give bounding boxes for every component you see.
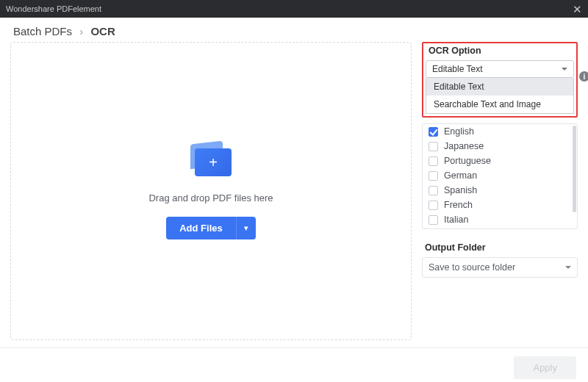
breadcrumb: Batch PDFs › OCR bbox=[0, 18, 588, 42]
add-folder-icon: + bbox=[189, 143, 233, 176]
dropzone-hint: Drag and drop PDF files here bbox=[148, 192, 273, 203]
language-checkbox[interactable] bbox=[429, 201, 438, 210]
output-folder-section: Output Folder Save to source folder bbox=[422, 242, 578, 278]
language-item-italian[interactable]: Italian bbox=[423, 212, 577, 227]
ocr-options-panel: OCR Option Editable Text Editable Text S… bbox=[422, 42, 578, 340]
language-item-french[interactable]: French bbox=[423, 198, 577, 212]
breadcrumb-current: OCR bbox=[90, 25, 115, 37]
language-checkbox[interactable] bbox=[429, 215, 438, 225]
close-icon[interactable]: ✕ bbox=[573, 4, 582, 15]
language-label: French bbox=[444, 200, 473, 210]
language-item-spanish[interactable]: Spanish bbox=[423, 183, 577, 198]
file-dropzone[interactable]: + Drag and drop PDF files here Add Files… bbox=[10, 42, 412, 340]
language-item-chinese-traditional[interactable]: Chinese Traditional bbox=[423, 227, 577, 228]
language-label: English bbox=[444, 126, 474, 137]
language-checkbox[interactable] bbox=[429, 142, 438, 151]
language-label: Italian bbox=[444, 215, 468, 225]
ocr-option-item-searchable[interactable]: Searchable Text and Image bbox=[426, 96, 573, 113]
chevron-right-icon: › bbox=[79, 25, 83, 37]
language-checkbox[interactable] bbox=[429, 171, 438, 181]
breadcrumb-parent[interactable]: Batch PDFs bbox=[13, 25, 72, 37]
add-files-more-button[interactable]: ▾ bbox=[236, 217, 256, 239]
language-label: German bbox=[444, 170, 477, 181]
chevron-down-icon: ▾ bbox=[244, 223, 248, 232]
language-scrollbar[interactable] bbox=[573, 126, 576, 212]
language-label: Portuguese bbox=[444, 156, 491, 166]
ocr-option-item-editable[interactable]: Editable Text bbox=[426, 78, 573, 96]
app-title: Wondershare PDFelement bbox=[6, 4, 101, 13]
language-item-german[interactable]: German bbox=[423, 168, 577, 183]
language-label: Japanese bbox=[444, 141, 484, 151]
footer: Apply bbox=[0, 347, 588, 382]
output-folder-select[interactable]: Save to source folder bbox=[422, 257, 578, 278]
apply-button[interactable]: Apply bbox=[514, 356, 576, 379]
language-item-portuguese[interactable]: Portuguese bbox=[423, 154, 577, 168]
titlebar: Wondershare PDFelement ✕ bbox=[0, 0, 588, 18]
language-checkbox[interactable] bbox=[429, 186, 438, 195]
language-item-japanese[interactable]: Japanese bbox=[423, 139, 577, 154]
language-list: English Japanese Portuguese German Spani… bbox=[422, 123, 578, 229]
ocr-option-highlight: OCR Option Editable Text Editable Text S… bbox=[422, 42, 578, 118]
info-icon[interactable]: i bbox=[579, 71, 588, 82]
language-checkbox[interactable] bbox=[429, 156, 438, 166]
output-folder-label: Output Folder bbox=[422, 242, 578, 253]
language-item-english[interactable]: English bbox=[423, 124, 577, 139]
add-files-button[interactable]: Add Files bbox=[166, 217, 236, 239]
language-label: Spanish bbox=[444, 185, 477, 195]
output-folder-selected-value: Save to source folder bbox=[429, 262, 515, 273]
ocr-option-label: OCR Option bbox=[426, 46, 574, 56]
language-checkbox[interactable] bbox=[429, 127, 438, 137]
ocr-option-selected-value: Editable Text bbox=[432, 64, 483, 74]
ocr-option-dropdown-menu: Editable Text Searchable Text and Image bbox=[426, 78, 574, 114]
ocr-option-select[interactable]: Editable Text bbox=[426, 60, 574, 78]
